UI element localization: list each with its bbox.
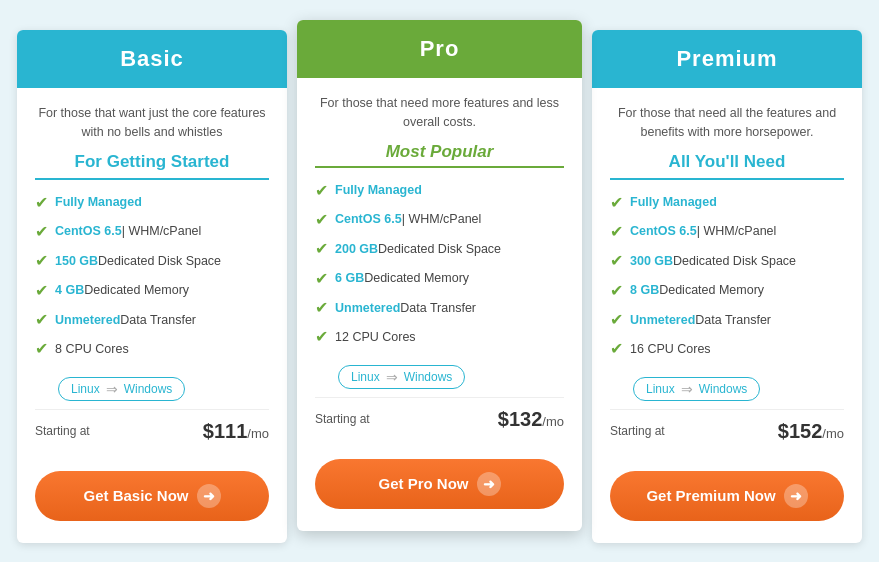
feature-list-basic: ✔Fully Managed✔CentOS 6.5 | WHM/cPanel✔1… bbox=[35, 192, 269, 361]
feature-highlight: Fully Managed bbox=[335, 182, 422, 200]
list-item: ✔300 GB Dedicated Disk Space bbox=[610, 250, 844, 272]
plan-card-pro: ProFor those that need more features and… bbox=[297, 20, 582, 531]
cta-arrow-icon: ➜ bbox=[784, 484, 808, 508]
list-item: ✔CentOS 6.5 | WHM/cPanel bbox=[315, 209, 564, 231]
check-icon: ✔ bbox=[610, 192, 623, 214]
plan-footer-premium: Get Premium Now➜ bbox=[592, 467, 862, 543]
check-icon: ✔ bbox=[35, 309, 48, 331]
feature-text: | WHM/cPanel bbox=[402, 211, 482, 229]
feature-text: Dedicated Disk Space bbox=[98, 253, 221, 271]
plan-header-pro: Pro bbox=[297, 20, 582, 78]
feature-highlight: 8 GB bbox=[630, 282, 659, 300]
most-popular-pro: Most Popular bbox=[315, 142, 564, 168]
list-item: ✔8 GB Dedicated Memory bbox=[610, 280, 844, 302]
cta-button-premium[interactable]: Get Premium Now➜ bbox=[610, 471, 844, 521]
feature-list-premium: ✔Fully Managed✔CentOS 6.5 | WHM/cPanel✔3… bbox=[610, 192, 844, 361]
feature-text: Dedicated Disk Space bbox=[378, 241, 501, 259]
starting-at-label: Starting at bbox=[315, 412, 370, 426]
plan-body-basic: For those that want just the core featur… bbox=[17, 88, 287, 467]
check-icon: ✔ bbox=[315, 297, 328, 319]
feature-text: 8 CPU Cores bbox=[55, 341, 129, 359]
plan-header-premium: Premium bbox=[592, 30, 862, 88]
list-item: ✔200 GB Dedicated Disk Space bbox=[315, 238, 564, 260]
os-switcher-premium[interactable]: Linux⇒Windows bbox=[633, 377, 760, 401]
plan-subtitle-premium: All You'll Need bbox=[610, 152, 844, 180]
feature-highlight: Fully Managed bbox=[630, 194, 717, 212]
check-icon: ✔ bbox=[35, 250, 48, 272]
cta-arrow-icon: ➜ bbox=[197, 484, 221, 508]
feature-text: Dedicated Disk Space bbox=[673, 253, 796, 271]
cta-button-basic[interactable]: Get Basic Now➜ bbox=[35, 471, 269, 521]
cta-button-label: Get Premium Now bbox=[646, 487, 775, 504]
check-icon: ✔ bbox=[35, 280, 48, 302]
feature-text: Data Transfer bbox=[400, 300, 476, 318]
check-icon: ✔ bbox=[315, 268, 328, 290]
check-icon: ✔ bbox=[315, 209, 328, 231]
os-windows-label: Windows bbox=[404, 370, 453, 384]
feature-highlight: CentOS 6.5 bbox=[55, 223, 122, 241]
list-item: ✔12 CPU Cores bbox=[315, 326, 564, 348]
list-item: ✔Unmetered Data Transfer bbox=[315, 297, 564, 319]
feature-text: Dedicated Memory bbox=[364, 270, 469, 288]
feature-highlight: 4 GB bbox=[55, 282, 84, 300]
feature-highlight: 150 GB bbox=[55, 253, 98, 271]
feature-list-pro: ✔Fully Managed✔CentOS 6.5 | WHM/cPanel✔2… bbox=[315, 180, 564, 349]
plan-name-pro: Pro bbox=[307, 36, 572, 62]
list-item: ✔16 CPU Cores bbox=[610, 338, 844, 360]
list-item: ✔CentOS 6.5 | WHM/cPanel bbox=[35, 221, 269, 243]
pricing-row-pro: Starting at$132/mo bbox=[315, 397, 564, 443]
plan-footer-pro: Get Pro Now➜ bbox=[297, 455, 582, 531]
list-item: ✔CentOS 6.5 | WHM/cPanel bbox=[610, 221, 844, 243]
plan-price-basic: $111/mo bbox=[203, 420, 269, 443]
feature-highlight: CentOS 6.5 bbox=[335, 211, 402, 229]
feature-highlight: 300 GB bbox=[630, 253, 673, 271]
list-item: ✔Fully Managed bbox=[35, 192, 269, 214]
list-item: ✔Unmetered Data Transfer bbox=[35, 309, 269, 331]
check-icon: ✔ bbox=[610, 280, 623, 302]
cta-button-label: Get Basic Now bbox=[83, 487, 188, 504]
plan-tagline-pro: For those that need more features and le… bbox=[315, 94, 564, 132]
plan-subtitle-basic: For Getting Started bbox=[35, 152, 269, 180]
cta-arrow-icon: ➜ bbox=[477, 472, 501, 496]
check-icon: ✔ bbox=[610, 309, 623, 331]
feature-highlight: 200 GB bbox=[335, 241, 378, 259]
plan-body-premium: For those that need all the features and… bbox=[592, 88, 862, 467]
feature-text: | WHM/cPanel bbox=[122, 223, 202, 241]
os-windows-label: Windows bbox=[699, 382, 748, 396]
plan-footer-basic: Get Basic Now➜ bbox=[17, 467, 287, 543]
feature-text: Dedicated Memory bbox=[659, 282, 764, 300]
cta-button-pro[interactable]: Get Pro Now➜ bbox=[315, 459, 564, 509]
feature-text: Data Transfer bbox=[120, 312, 196, 330]
feature-text: Data Transfer bbox=[695, 312, 771, 330]
plan-body-pro: For those that need more features and le… bbox=[297, 78, 582, 455]
plan-price-pro: $132/mo bbox=[498, 408, 564, 431]
os-switcher-basic[interactable]: Linux⇒Windows bbox=[58, 377, 185, 401]
list-item: ✔Fully Managed bbox=[315, 180, 564, 202]
os-arrow-icon: ⇒ bbox=[386, 369, 398, 385]
starting-at-label: Starting at bbox=[35, 424, 90, 438]
plan-header-basic: Basic bbox=[17, 30, 287, 88]
plan-price-premium: $152/mo bbox=[778, 420, 844, 443]
check-icon: ✔ bbox=[315, 180, 328, 202]
pricing-row-premium: Starting at$152/mo bbox=[610, 409, 844, 455]
feature-highlight: CentOS 6.5 bbox=[630, 223, 697, 241]
plan-tagline-premium: For those that need all the features and… bbox=[610, 104, 844, 142]
plan-tagline-basic: For those that want just the core featur… bbox=[35, 104, 269, 142]
os-linux-label: Linux bbox=[646, 382, 675, 396]
starting-at-label: Starting at bbox=[610, 424, 665, 438]
check-icon: ✔ bbox=[610, 250, 623, 272]
os-linux-label: Linux bbox=[351, 370, 380, 384]
feature-highlight: Unmetered bbox=[55, 312, 120, 330]
check-icon: ✔ bbox=[315, 326, 328, 348]
check-icon: ✔ bbox=[610, 338, 623, 360]
list-item: ✔Unmetered Data Transfer bbox=[610, 309, 844, 331]
plan-name-basic: Basic bbox=[27, 46, 277, 72]
os-switcher-pro[interactable]: Linux⇒Windows bbox=[338, 365, 465, 389]
check-icon: ✔ bbox=[35, 338, 48, 360]
os-arrow-icon: ⇒ bbox=[106, 381, 118, 397]
feature-highlight: Unmetered bbox=[630, 312, 695, 330]
plan-card-basic: BasicFor those that want just the core f… bbox=[17, 30, 287, 543]
plan-name-premium: Premium bbox=[602, 46, 852, 72]
list-item: ✔150 GB Dedicated Disk Space bbox=[35, 250, 269, 272]
os-arrow-icon: ⇒ bbox=[681, 381, 693, 397]
